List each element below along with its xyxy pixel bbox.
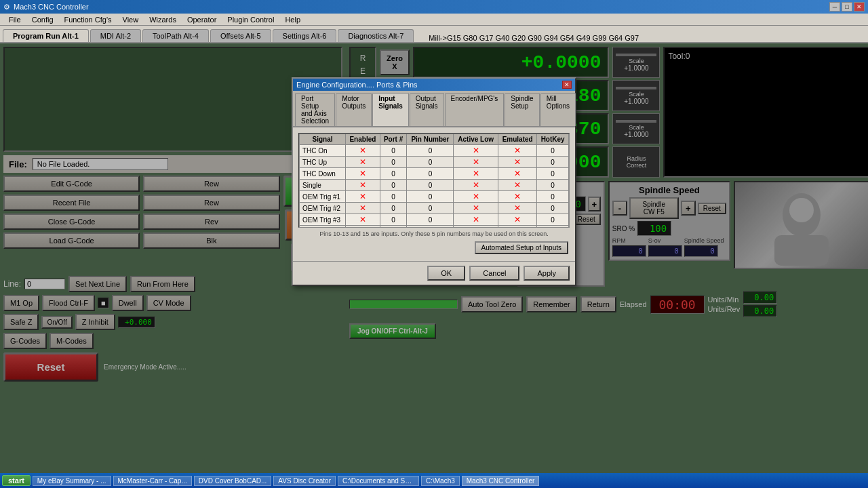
- dialog-auto-setup-area: Automated Setup of Inputs: [298, 240, 570, 256]
- dialog-tab-motor-outputs[interactable]: Motor Outputs: [336, 93, 372, 126]
- col-emulated: Emulated: [498, 134, 537, 145]
- cell-active-low: ✕: [454, 180, 498, 191]
- cell-active-low: ✕: [454, 214, 498, 226]
- taskbar-clock: [858, 480, 866, 481]
- table-row[interactable]: THC Down ✕ 0 0 ✕ ✕ 0: [300, 168, 569, 180]
- dialog-close-button[interactable]: ✕: [562, 81, 572, 89]
- dialog-tab-output-signals[interactable]: Output Signals: [410, 93, 444, 126]
- taskbar-ebay[interactable]: My eBay Summary - ...: [33, 476, 111, 486]
- cell-active-low: ✕: [454, 168, 498, 180]
- tab-mdi[interactable]: MDI Alt-2: [90, 29, 141, 42]
- taskbar-avs[interactable]: AVS Disc Creator: [273, 476, 336, 486]
- tab-settings[interactable]: Settings Alt-6: [273, 29, 337, 42]
- maximize-button[interactable]: □: [842, 2, 852, 12]
- table-row[interactable]: OEM Trig #3 ✕ 0 0 ✕ ✕ 0: [300, 214, 569, 226]
- cell-enabled: ✕: [346, 157, 380, 168]
- cell-hotkey: 0: [537, 214, 569, 226]
- cell-hotkey: 0: [537, 203, 569, 214]
- dialog-overlay: Engine Configuration.... Ports & Pins ✕ …: [0, 43, 868, 473]
- menu-wizards[interactable]: Wizards: [144, 15, 182, 24]
- dialog-title-text: Engine Configuration.... Ports & Pins: [296, 81, 418, 89]
- cell-signal: OEM Trig #3: [300, 214, 346, 226]
- menu-file[interactable]: File: [3, 15, 26, 24]
- tab-program-run[interactable]: Program Run Alt-1: [3, 29, 89, 42]
- cell-active-low: ✕: [454, 157, 498, 168]
- dialog-apply-button[interactable]: Apply: [524, 266, 570, 281]
- table-row[interactable]: OEM Trig #1 ✕ 0 0 ✕ ✕ 0: [300, 191, 569, 203]
- dialog-ok-button[interactable]: OK: [427, 266, 465, 281]
- cell-port: 0: [380, 180, 407, 191]
- dialog-tab-input-signals[interactable]: Input Signals: [372, 93, 409, 126]
- cell-hotkey: 0: [537, 168, 569, 180]
- cell-port: 0: [380, 157, 407, 168]
- dialog-buttons: OK Cancel Apply: [293, 261, 575, 285]
- gcodes-display: Mill->G15 G80 G17 G40 G20 G90 G94 G54 G4…: [429, 34, 639, 42]
- close-button[interactable]: ✕: [854, 2, 865, 12]
- cell-port: 0: [380, 214, 407, 226]
- cell-emulated: ✕: [498, 214, 537, 226]
- menu-plugin-control[interactable]: Plugin Control: [222, 15, 279, 24]
- taskbar-mcmaster[interactable]: McMaster-Carr - Cap...: [113, 476, 192, 486]
- cell-emulated: ✕: [498, 145, 537, 157]
- cell-emulated: ✕: [498, 203, 537, 214]
- taskbar-docs[interactable]: C:\Documents and Se...: [338, 476, 419, 486]
- cell-hotkey: 0: [537, 145, 569, 157]
- dialog-cancel-button[interactable]: Cancel: [469, 266, 519, 281]
- cell-emulated: ✕: [498, 180, 537, 191]
- menu-bar: File Config Function Cfg's View Wizards …: [0, 14, 868, 26]
- tab-diagnostics[interactable]: Diagnostics Alt-7: [338, 29, 414, 42]
- signal-table: Signal Enabled Port # Pin Number Active …: [299, 134, 569, 228]
- table-row[interactable]: THC Up ✕ 0 0 ✕ ✕ 0: [300, 157, 569, 168]
- col-pin: Pin Number: [407, 134, 454, 145]
- cell-port: 0: [380, 168, 407, 180]
- dialog-tab-port-setup[interactable]: Port Setup and Axis Selection: [295, 93, 335, 126]
- engine-config-dialog: Engine Configuration.... Ports & Pins ✕ …: [292, 77, 576, 286]
- auto-setup-inputs-button[interactable]: Automated Setup of Inputs: [475, 241, 568, 254]
- cell-hotkey: 0: [537, 157, 569, 168]
- dialog-title-bar: Engine Configuration.... Ports & Pins ✕: [293, 79, 575, 91]
- col-port: Port #: [380, 134, 407, 145]
- cell-emulated: ✕: [498, 157, 537, 168]
- tab-toolpath[interactable]: ToolPath Alt-4: [142, 29, 209, 42]
- taskbar-mach3-active[interactable]: Mach3 CNC Controller: [462, 476, 540, 486]
- cell-hotkey: 0: [537, 191, 569, 203]
- table-row[interactable]: OEM Trig #2 ✕ 0 0 ✕ ✕ 0: [300, 203, 569, 214]
- menu-function-cfgs[interactable]: Function Cfg's: [59, 15, 117, 24]
- dialog-note: Pins 10-13 and 15 are inputs. Only these…: [298, 228, 570, 240]
- cell-signal: THC Down: [300, 168, 346, 180]
- cell-signal: THC On: [300, 145, 346, 157]
- menu-help[interactable]: Help: [279, 15, 306, 24]
- start-button[interactable]: start: [2, 475, 31, 486]
- cell-pin: 0: [407, 168, 454, 180]
- menu-operator[interactable]: Operator: [182, 15, 222, 24]
- tab-offsets[interactable]: Offsets Alt-5: [210, 29, 271, 42]
- dialog-tab-mill-options[interactable]: Mill Options: [540, 93, 576, 126]
- taskbar: start My eBay Summary - ... McMaster-Car…: [0, 473, 868, 488]
- menu-config[interactable]: Config: [26, 15, 59, 24]
- title-bar: ⚙ Mach3 CNC Controller ─ □ ✕: [0, 0, 868, 14]
- taskbar-dvdcover[interactable]: DVD Cover BobCAD...: [194, 476, 272, 486]
- title-bar-left: ⚙ Mach3 CNC Controller: [3, 3, 89, 12]
- cell-pin: 0: [407, 191, 454, 203]
- menu-view[interactable]: View: [117, 15, 144, 24]
- cell-signal: OEM Trig #2: [300, 203, 346, 214]
- cell-signal: Single: [300, 180, 346, 191]
- taskbar-mach3dir[interactable]: C:\Mach3: [421, 476, 460, 486]
- cell-active-low: ✕: [454, 191, 498, 203]
- dialog-tab-spindle-setup[interactable]: Spindle Setup: [505, 93, 539, 126]
- dialog-tab-encoder[interactable]: Encoder/MPG's: [445, 93, 505, 126]
- cell-enabled: ✕: [346, 145, 380, 157]
- cell-emulated: ✕: [498, 191, 537, 203]
- tabs-bar: Program Run Alt-1 MDI Alt-2 ToolPath Alt…: [0, 26, 868, 43]
- cell-enabled: ✕: [346, 203, 380, 214]
- table-row[interactable]: THC On ✕ 0 0 ✕ ✕ 0: [300, 145, 569, 157]
- app-icon: ⚙: [3, 3, 10, 12]
- cell-enabled: ✕: [346, 214, 380, 226]
- signal-table-scroll[interactable]: Signal Enabled Port # Pin Number Active …: [298, 133, 570, 228]
- title-bar-controls: ─ □ ✕: [829, 2, 865, 12]
- cell-active-low: ✕: [454, 145, 498, 157]
- table-row[interactable]: Single ✕ 0 0 ✕ ✕ 0: [300, 180, 569, 191]
- cell-pin: 0: [407, 203, 454, 214]
- minimize-button[interactable]: ─: [829, 2, 840, 12]
- dialog-content: Signal Enabled Port # Pin Number Active …: [293, 127, 575, 261]
